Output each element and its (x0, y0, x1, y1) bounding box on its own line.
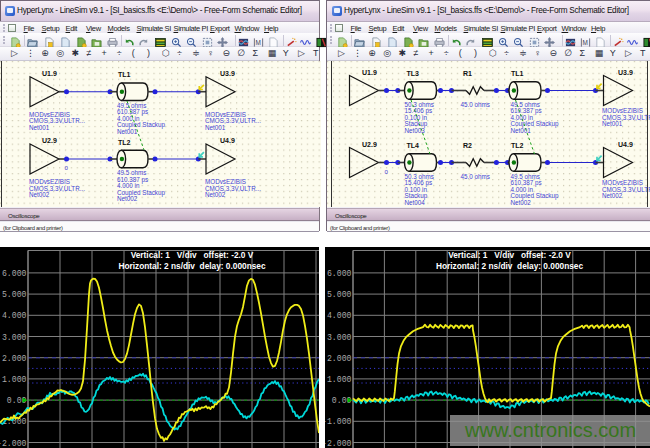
svg-text:6.000: 6.000 (327, 268, 352, 277)
svg-text:Net003: Net003 (405, 126, 426, 133)
svg-text:Net002: Net002 (205, 191, 226, 198)
svg-text:U4.9: U4.9 (618, 140, 633, 147)
svg-text:3.000: 3.000 (327, 332, 352, 341)
svg-text:M: M (256, 39, 261, 46)
svg-text:TL3: TL3 (407, 70, 420, 77)
svg-text:Net002: Net002 (511, 198, 532, 205)
svg-text:5.000: 5.000 (2, 290, 27, 299)
svg-text:Net004: Net004 (405, 198, 426, 205)
svg-text:-2.000: -2.000 (325, 438, 352, 447)
svg-text:4.000: 4.000 (327, 311, 352, 320)
svg-text:TL2: TL2 (511, 142, 524, 149)
svg-text:R2: R2 (463, 142, 472, 149)
svg-text:M: M (583, 39, 588, 46)
svg-text:Vertical: 1 V/div offset:: Vertical: 1 V/div offset: -2.0 V (448, 250, 571, 260)
svg-text:Horizontal: 2 ns/div delay: 0: Horizontal: 2 ns/div delay: 0.000nsec (436, 261, 583, 271)
svg-text:Vertical: 1 V/div offset:: Vertical: 1 V/div offset: -2.0 V (131, 250, 254, 260)
svg-text:TL1: TL1 (511, 70, 524, 77)
svg-text:5.000: 5.000 (327, 290, 352, 299)
svg-text:TL1: TL1 (118, 71, 131, 78)
svg-text:0: 0 (385, 167, 389, 174)
svg-text:-1.000: -1.000 (325, 417, 352, 426)
svg-text:2.000: 2.000 (327, 353, 352, 362)
svg-text:U1.9: U1.9 (362, 68, 377, 75)
svg-text:U2.9: U2.9 (362, 140, 377, 147)
svg-text:U1.9: U1.9 (42, 69, 57, 76)
svg-text:U4.9: U4.9 (220, 137, 235, 144)
svg-text:45.0 ohms: 45.0 ohms (461, 100, 490, 107)
svg-text:45.0 ohms: 45.0 ohms (461, 172, 490, 179)
svg-text:Net002: Net002 (602, 192, 623, 199)
svg-text:1.000: 1.000 (327, 374, 352, 383)
svg-text:Net001: Net001 (29, 123, 50, 130)
svg-text:U3.9: U3.9 (220, 69, 235, 76)
svg-text:Net001: Net001 (602, 120, 623, 127)
svg-text:6.000: 6.000 (2, 268, 27, 277)
svg-text:TL2: TL2 (118, 138, 131, 145)
svg-text:Net002: Net002 (29, 191, 50, 198)
svg-text:2.000: 2.000 (2, 353, 27, 362)
svg-text:Net001: Net001 (117, 127, 138, 134)
svg-text:3.000: 3.000 (2, 332, 27, 341)
svg-text:-2.000: -2.000 (0, 438, 27, 447)
svg-text:U3.9: U3.9 (618, 68, 633, 75)
svg-text:R1: R1 (463, 70, 472, 77)
svg-text:Net001: Net001 (205, 123, 226, 130)
svg-text:Horizontal: 2 ns/div delay: 0: Horizontal: 2 ns/div delay: 0.000nsec (118, 261, 265, 271)
svg-text:4.000: 4.000 (2, 311, 27, 320)
svg-text:Net002: Net002 (117, 195, 138, 202)
svg-text:U2.9: U2.9 (42, 137, 57, 144)
svg-text:0: 0 (65, 164, 69, 171)
svg-text:Net001: Net001 (511, 126, 532, 133)
svg-text:TL4: TL4 (407, 142, 420, 149)
svg-text:1.000: 1.000 (2, 374, 27, 383)
